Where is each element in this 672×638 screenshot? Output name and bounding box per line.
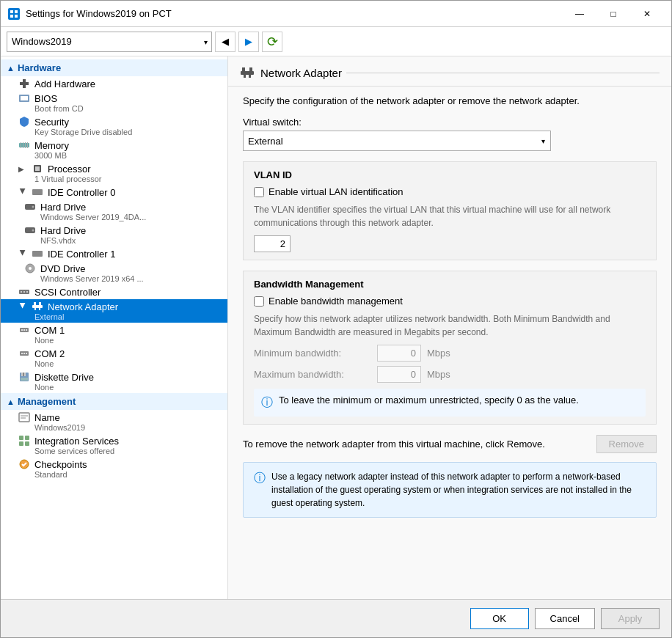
svg-point-34 [23, 329, 25, 331]
bandwidth-section: Bandwidth Management Enable bandwidth ma… [243, 271, 657, 425]
svg-rect-5 [23, 79, 26, 88]
refresh-button[interactable]: ⟳ [262, 32, 282, 52]
sidebar-item-scsi[interactable]: SCSI Controller [1, 285, 227, 299]
svg-point-38 [23, 353, 25, 354]
vlan-input[interactable] [254, 235, 291, 252]
maximize-button[interactable]: □ [596, 3, 630, 25]
legacy-info-box: ⓘ Use a legacy network adapter instead o… [243, 462, 657, 518]
svg-rect-15 [32, 189, 43, 195]
network-arrow: ▶ [19, 302, 27, 311]
svg-rect-1 [15, 10, 18, 13]
svg-rect-49 [19, 441, 23, 446]
processor-label: Processor [48, 164, 91, 175]
bandwidth-muted-text: Specify how this network adapter utilize… [254, 312, 646, 339]
sidebar-item-ide0[interactable]: ▶ IDE Controller 0 [1, 185, 227, 199]
close-button[interactable]: ✕ [630, 3, 664, 25]
title-controls: — □ ✕ [563, 3, 664, 25]
network-sub: External [18, 312, 222, 321]
sidebar-item-com1[interactable]: COM 1 None [1, 323, 227, 346]
ide1-label: IDE Controller 1 [48, 249, 115, 260]
svg-rect-43 [21, 378, 28, 381]
svg-rect-52 [241, 71, 254, 75]
bandwidth-checkbox[interactable] [254, 296, 264, 307]
svg-rect-14 [35, 166, 40, 171]
vlan-checkbox-label[interactable]: Enable virtual LAN identification [269, 186, 403, 197]
max-bandwidth-row: Maximum bandwidth: Mbps [254, 366, 646, 383]
title-bar-left: Settings for Windows2019 on PCT [8, 8, 172, 20]
dvd-icon [24, 263, 36, 274]
hardware-chevron: ▲ [7, 64, 15, 73]
sidebar-item-hdd1[interactable]: Hard Drive Windows Server 2019_4DA... [1, 199, 227, 223]
processor-sub: 1 Virtual processor [18, 175, 222, 183]
bios-icon [18, 92, 30, 104]
bandwidth-checkbox-row: Enable bandwidth management [254, 296, 646, 307]
virtual-switch-wrapper: External [243, 131, 551, 151]
com1-icon [18, 324, 30, 336]
processor-icon [32, 163, 43, 175]
hdd2-icon [24, 224, 36, 236]
svg-rect-25 [23, 291, 25, 293]
remove-button[interactable]: Remove [596, 435, 657, 453]
bandwidth-checkbox-label[interactable]: Enable bandwidth management [269, 296, 403, 307]
memory-sub: 3000 MB [18, 151, 222, 160]
bandwidth-info-icon: ⓘ [261, 395, 273, 411]
ok-button[interactable]: OK [470, 608, 529, 629]
sidebar-item-network[interactable]: ▶ Network Adapter External [1, 299, 227, 323]
min-bandwidth-input[interactable] [377, 345, 421, 362]
svg-point-39 [26, 353, 27, 354]
forward-button[interactable]: ▶ [238, 32, 259, 52]
sidebar-item-bios[interactable]: BIOS Boot from CD [1, 91, 227, 114]
minimize-button[interactable]: — [563, 3, 596, 25]
sidebar-item-integration[interactable]: Integration Services Some services offer… [1, 433, 227, 457]
network-icon [32, 301, 43, 312]
hdd2-label: Hard Drive [40, 225, 86, 236]
svg-rect-10 [23, 142, 23, 148]
sidebar-item-processor[interactable]: ▶ Processor 1 Virtual processor [1, 161, 227, 185]
sidebar-item-checkpoints[interactable]: Checkpoints Standard [1, 457, 227, 480]
svg-rect-3 [15, 15, 18, 18]
vlan-checkbox[interactable] [254, 187, 264, 197]
cancel-button[interactable]: Cancel [535, 608, 595, 629]
sidebar-item-ide1[interactable]: ▶ IDE Controller 1 [1, 246, 227, 261]
com2-sub: None [18, 359, 222, 368]
max-bandwidth-input[interactable] [377, 366, 421, 383]
svg-rect-0 [10, 10, 13, 13]
remove-text: To remove the network adapter from this … [243, 439, 545, 450]
security-label: Security [34, 117, 69, 128]
app-icon [8, 8, 20, 20]
sidebar-item-dvd[interactable]: DVD Drive Windows Server 2019 x64 ... [1, 261, 227, 285]
sidebar-item-com2[interactable]: COM 2 None [1, 346, 227, 370]
main-content: Windows2019 ◀ ▶ ⟳ ▲ Hardware [1, 27, 671, 599]
sidebar-item-hdd2[interactable]: Hard Drive NFS.vhdx [1, 223, 227, 246]
management-chevron: ▲ [7, 397, 15, 406]
min-bandwidth-unit: Mbps [427, 348, 450, 359]
management-label: Management [18, 396, 76, 407]
svg-rect-29 [39, 302, 41, 305]
name-label: Name [34, 412, 60, 423]
management-section-header[interactable]: ▲ Management [1, 393, 227, 410]
virtual-switch-select[interactable]: External [243, 131, 551, 151]
vm-select[interactable]: Windows2019 [7, 32, 212, 52]
scsi-icon [18, 286, 30, 298]
sidebar-item-add-hardware[interactable]: Add Hardware [1, 76, 227, 91]
hdd2-sub: NFS.vhdx [24, 236, 222, 245]
hardware-label: Hardware [18, 62, 61, 73]
sidebar: ▲ Hardware Add Hardware [1, 56, 228, 599]
sidebar-item-security[interactable]: Security Key Storage Drive disabled [1, 114, 227, 138]
back-button[interactable]: ◀ [215, 32, 235, 52]
hardware-section-header[interactable]: ▲ Hardware [1, 59, 227, 76]
checkpoints-sub: Standard [18, 470, 222, 479]
apply-button[interactable]: Apply [601, 608, 660, 629]
svg-rect-7 [21, 96, 28, 100]
svg-rect-30 [34, 308, 36, 310]
integration-label: Integration Services [34, 436, 119, 447]
sidebar-item-name[interactable]: Name Windows2019 [1, 410, 227, 433]
name-sub: Windows2019 [18, 423, 222, 432]
svg-point-17 [32, 206, 34, 208]
sidebar-item-diskette[interactable]: Diskette Drive None [1, 370, 227, 393]
svg-rect-44 [19, 413, 29, 422]
panel-header-inner: Network Adapter [240, 65, 660, 80]
svg-point-19 [32, 230, 34, 232]
sidebar-item-memory[interactable]: Memory 3000 MB [1, 138, 227, 161]
svg-rect-53 [242, 67, 245, 71]
